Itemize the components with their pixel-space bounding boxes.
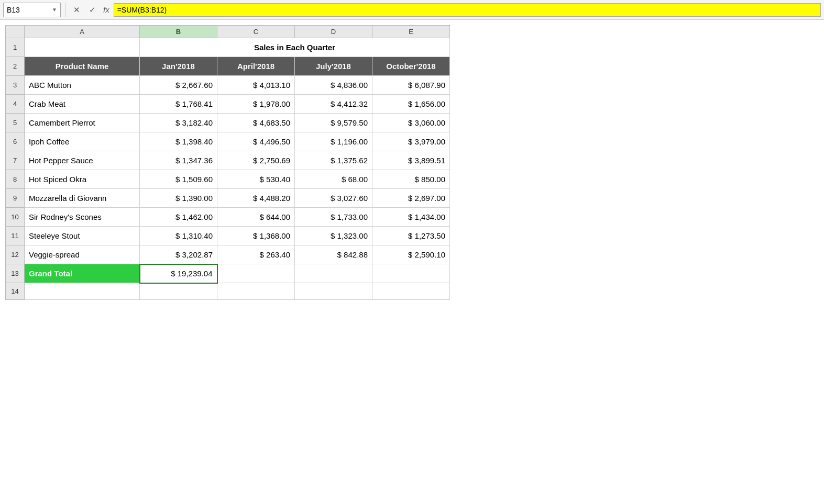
col-header-e[interactable]: E (372, 26, 450, 38)
name-box[interactable]: B13 ▼ (3, 3, 61, 17)
cell-c5[interactable]: $ 4,683.50 (217, 114, 295, 132)
cell-d10[interactable]: $ 1,733.00 (295, 208, 372, 227)
row-header-9[interactable]: 9 (6, 189, 25, 208)
cell-e8[interactable]: $ 850.00 (372, 170, 450, 189)
cell-b7[interactable]: $ 1,347.36 (140, 151, 217, 170)
cell-e3[interactable]: $ 6,087.90 (372, 76, 450, 95)
fx-label: fx (103, 5, 109, 14)
cell-a3[interactable]: ABC Mutton (25, 76, 140, 95)
cell-c11[interactable]: $ 1,368.00 (217, 227, 295, 245)
row-5: 5 Camembert Pierrot $ 3,182.40 $ 4,683.5… (6, 114, 450, 132)
row-10: 10 Sir Rodney's Scones $ 1,462.00 $ 644.… (6, 208, 450, 227)
cell-c2[interactable]: April'2018 (217, 57, 295, 76)
cell-d7[interactable]: $ 1,375.62 (295, 151, 372, 170)
cell-c7[interactable]: $ 2,750.69 (217, 151, 295, 170)
cell-b4[interactable]: $ 1,768.41 (140, 95, 217, 114)
cell-b1-title: Sales in Each Quarter (140, 38, 450, 57)
cell-c8[interactable]: $ 530.40 (217, 170, 295, 189)
cell-d4[interactable]: $ 4,412.32 (295, 95, 372, 114)
col-header-a[interactable]: A (25, 26, 140, 38)
cell-a8[interactable]: Hot Spiced Okra (25, 170, 140, 189)
cancel-formula-button[interactable]: ✕ (70, 3, 83, 17)
row-header-13[interactable]: 13 (6, 264, 25, 283)
cell-c6[interactable]: $ 4,496.50 (217, 132, 295, 151)
cell-a12[interactable]: Veggie-spread (25, 245, 140, 264)
cell-d13[interactable] (295, 264, 372, 283)
cell-b5[interactable]: $ 3,182.40 (140, 114, 217, 132)
cell-e14[interactable] (372, 283, 450, 300)
row-9: 9 Mozzarella di Giovann $ 1,390.00 $ 4,4… (6, 189, 450, 208)
cell-a2[interactable]: Product Name (25, 57, 140, 76)
cell-d9[interactable]: $ 3,027.60 (295, 189, 372, 208)
cell-a11[interactable]: Steeleye Stout (25, 227, 140, 245)
row-4: 4 Crab Meat $ 1,768.41 $ 1,978.00 $ 4,41… (6, 95, 450, 114)
row-header-5[interactable]: 5 (6, 114, 25, 132)
cell-d3[interactable]: $ 4,836.00 (295, 76, 372, 95)
cell-d5[interactable]: $ 9,579.50 (295, 114, 372, 132)
row-header-2[interactable]: 2 (6, 57, 25, 76)
cell-e6[interactable]: $ 3,979.00 (372, 132, 450, 151)
cell-d11[interactable]: $ 1,323.00 (295, 227, 372, 245)
row-1: 1 Sales in Each Quarter (6, 38, 450, 57)
cell-a7[interactable]: Hot Pepper Sauce (25, 151, 140, 170)
cell-c13[interactable] (217, 264, 295, 283)
cell-b2[interactable]: Jan'2018 (140, 57, 217, 76)
cell-e2[interactable]: October'2018 (372, 57, 450, 76)
cell-e4[interactable]: $ 1,656.00 (372, 95, 450, 114)
cell-c4[interactable]: $ 1,978.00 (217, 95, 295, 114)
cell-d12[interactable]: $ 842.88 (295, 245, 372, 264)
row-header-4[interactable]: 4 (6, 95, 25, 114)
row-2: 2 Product Name Jan'2018 April'2018 July'… (6, 57, 450, 76)
cell-e7[interactable]: $ 3,899.51 (372, 151, 450, 170)
cell-a13-grand-total[interactable]: Grand Total (25, 264, 140, 283)
cell-c14[interactable] (217, 283, 295, 300)
cell-d6[interactable]: $ 1,196.00 (295, 132, 372, 151)
row-header-1[interactable]: 1 (6, 38, 25, 57)
cell-b14[interactable] (140, 283, 217, 300)
col-header-b[interactable]: B (140, 26, 217, 38)
cell-b13-total-value[interactable]: $ 19,239.04 (140, 264, 217, 283)
row-header-8[interactable]: 8 (6, 170, 25, 189)
cell-a9[interactable]: Mozzarella di Giovann (25, 189, 140, 208)
confirm-formula-button[interactable]: ✓ (85, 3, 99, 17)
cell-d8[interactable]: $ 68.00 (295, 170, 372, 189)
formula-divider (65, 3, 65, 17)
cell-b6[interactable]: $ 1,398.40 (140, 132, 217, 151)
cell-c12[interactable]: $ 263.40 (217, 245, 295, 264)
cell-b9[interactable]: $ 1,390.00 (140, 189, 217, 208)
cell-e9[interactable]: $ 2,697.00 (372, 189, 450, 208)
row-header-14[interactable]: 14 (6, 283, 25, 300)
cell-c3[interactable]: $ 4,013.10 (217, 76, 295, 95)
cell-d14[interactable] (295, 283, 372, 300)
cell-a5[interactable]: Camembert Pierrot (25, 114, 140, 132)
row-header-10[interactable]: 10 (6, 208, 25, 227)
cell-e10[interactable]: $ 1,434.00 (372, 208, 450, 227)
cell-b12[interactable]: $ 3,202.87 (140, 245, 217, 264)
row-header-11[interactable]: 11 (6, 227, 25, 245)
cell-e11[interactable]: $ 1,273.50 (372, 227, 450, 245)
cell-b11[interactable]: $ 1,310.40 (140, 227, 217, 245)
col-header-c[interactable]: C (217, 26, 295, 38)
name-box-arrow: ▼ (52, 7, 57, 13)
formula-input[interactable] (114, 3, 821, 17)
cell-a4[interactable]: Crab Meat (25, 95, 140, 114)
cell-b8[interactable]: $ 1,509.60 (140, 170, 217, 189)
cell-e13[interactable] (372, 264, 450, 283)
cell-a10[interactable]: Sir Rodney's Scones (25, 208, 140, 227)
row-header-3[interactable]: 3 (6, 76, 25, 95)
row-header-12[interactable]: 12 (6, 245, 25, 264)
cell-a14[interactable] (25, 283, 140, 300)
col-header-d[interactable]: D (295, 26, 372, 38)
cell-c9[interactable]: $ 4,488.20 (217, 189, 295, 208)
row-header-6[interactable]: 6 (6, 132, 25, 151)
row-6: 6 Ipoh Coffee $ 1,398.40 $ 4,496.50 $ 1,… (6, 132, 450, 151)
cell-a1[interactable] (25, 38, 140, 57)
cell-b3[interactable]: $ 2,667.60 (140, 76, 217, 95)
row-header-7[interactable]: 7 (6, 151, 25, 170)
cell-b10[interactable]: $ 1,462.00 (140, 208, 217, 227)
cell-a6[interactable]: Ipoh Coffee (25, 132, 140, 151)
cell-d2[interactable]: July'2018 (295, 57, 372, 76)
cell-e12[interactable]: $ 2,590.10 (372, 245, 450, 264)
cell-c10[interactable]: $ 644.00 (217, 208, 295, 227)
cell-e5[interactable]: $ 3,060.00 (372, 114, 450, 132)
